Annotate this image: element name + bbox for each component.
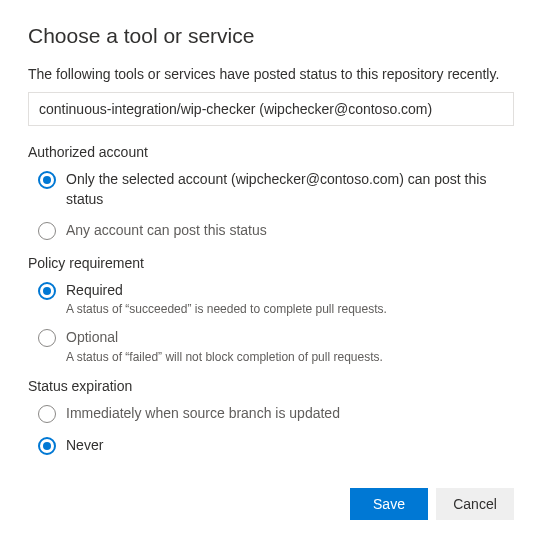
radio-icon — [38, 282, 56, 300]
radio-icon — [38, 329, 56, 347]
tool-service-dropdown[interactable]: continuous-integration/wip-checker (wipc… — [28, 92, 514, 126]
status-expiration-label: Status expiration — [28, 378, 514, 394]
radio-label: Any account can post this status — [66, 221, 267, 241]
radio-only-selected-account[interactable]: Only the selected account (wipchecker@co… — [38, 170, 514, 209]
radio-optional[interactable]: Optional A status of “failed” will not b… — [38, 328, 514, 364]
policy-requirement-label: Policy requirement — [28, 255, 514, 271]
dropdown-selected-value: continuous-integration/wip-checker (wipc… — [39, 101, 432, 117]
radio-never[interactable]: Never — [38, 436, 514, 456]
save-button[interactable]: Save — [350, 488, 428, 520]
radio-icon — [38, 405, 56, 423]
radio-description: A status of “succeeded” is needed to com… — [66, 302, 387, 316]
dialog-subtitle: The following tools or services have pos… — [28, 66, 514, 82]
radio-label: Immediately when source branch is update… — [66, 404, 340, 424]
radio-icon — [38, 171, 56, 189]
radio-icon — [38, 222, 56, 240]
dialog-title: Choose a tool or service — [28, 24, 514, 48]
radio-icon — [38, 437, 56, 455]
cancel-button[interactable]: Cancel — [436, 488, 514, 520]
radio-label: Never — [66, 436, 103, 456]
radio-immediately[interactable]: Immediately when source branch is update… — [38, 404, 514, 424]
radio-label: Only the selected account (wipchecker@co… — [66, 170, 514, 209]
authorized-account-label: Authorized account — [28, 144, 514, 160]
radio-any-account[interactable]: Any account can post this status — [38, 221, 514, 241]
radio-description: A status of “failed” will not block comp… — [66, 350, 383, 364]
radio-required[interactable]: Required A status of “succeeded” is need… — [38, 281, 514, 317]
radio-label: Optional — [66, 328, 383, 348]
radio-label: Required — [66, 281, 387, 301]
